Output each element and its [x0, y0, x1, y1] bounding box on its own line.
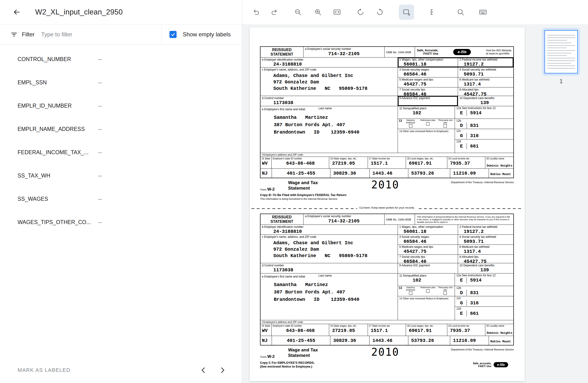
- label-row-empl-ssn[interactable]: EMPL_SSN--: [0, 71, 242, 94]
- label-value: --: [98, 196, 102, 202]
- box12b-label: 12b: [456, 286, 512, 290]
- text-select-tool-button[interactable]: [424, 4, 439, 20]
- box11-value: 102: [413, 277, 453, 283]
- label-name: EMPLR_NAME_ADDRESS: [18, 126, 98, 132]
- cut-line: Cut here. Keep lower portion for your re…: [252, 204, 523, 209]
- show-empty-labels-checkbox[interactable]: [169, 31, 177, 38]
- copy-b-line: Copy B--To Be Filed with Employee's FEDE…: [260, 193, 514, 197]
- label-row-ss-tax-wh[interactable]: SS_TAX_WH--: [0, 164, 242, 187]
- keyboard-shortcuts-button[interactable]: [475, 4, 491, 20]
- box12c-value: 316: [470, 300, 479, 306]
- chevron-right-icon: [218, 365, 227, 375]
- chevron-left-icon: [199, 365, 208, 375]
- employee-cell: e Employee's first name and initial Last…: [260, 106, 398, 153]
- box9-cell: 9 Advance EIC payment: [398, 263, 458, 273]
- redo-button[interactable]: [267, 4, 283, 20]
- rotate-right-button[interactable]: [372, 4, 387, 20]
- label-name: SS_TAX_WH: [18, 173, 98, 179]
- next-page-button[interactable]: [216, 364, 229, 376]
- box12c-value: 316: [470, 133, 479, 139]
- box6-value: 1317.4: [464, 81, 512, 87]
- rotate-left-button[interactable]: [353, 4, 368, 20]
- box3-cell: 3 Social security wages 66584.46: [398, 235, 458, 244]
- left-panel-header: W2_XL_input_clean_2950: [0, 0, 242, 24]
- box12c-label: 12c: [456, 297, 512, 300]
- box-e-label: e Employee's first name and initial: [262, 275, 305, 278]
- employer-street: 972 Gonzalez Dam: [273, 246, 396, 253]
- box12a-label: 12a See instructions for box 12: [456, 107, 512, 110]
- label-row-control-number[interactable]: CONTROL_NUMBER--: [0, 47, 242, 71]
- local-wages-2: 53793.26: [411, 170, 449, 176]
- box20-label: 20 Locality name: [486, 324, 512, 327]
- prev-page-button[interactable]: [197, 364, 210, 376]
- search-button[interactable]: [453, 4, 468, 20]
- box-a-cell: a Employee's social security number 714-…: [303, 214, 385, 224]
- copy-c-line-2: (See enclosed Notice to Employee.): [260, 365, 315, 368]
- box2-label: 2 Federal income tax withheld: [460, 58, 512, 61]
- box2-cell: 2 Federal income tax withheld 19127.2: [458, 225, 513, 235]
- copy-c-line-1: Copy C For EMPLOYEE'S RECORDS.: [260, 361, 315, 365]
- label-row-ss-wages[interactable]: SS_WAGES--: [0, 187, 242, 210]
- w2-row-d: d Control number 1173038 9 Advance EIC p…: [260, 263, 513, 273]
- box6-cell: 6 Medicare tax withheld 1317.4: [458, 245, 513, 254]
- box7-cell: 7 Social security tips 66584.46: [398, 87, 458, 97]
- efile-banner-small: Safe, accurate, FAST! Use e-file: [473, 361, 508, 368]
- box11-value: 102: [413, 110, 453, 116]
- locality-2: Robles Mount: [490, 339, 512, 345]
- box-f-label: f Employee's address and ZIP code: [262, 321, 303, 323]
- label-value: --: [98, 126, 102, 132]
- box14-cell: 14 Other (see enclosed Notice to Employe…: [398, 296, 455, 320]
- box17-label: 17 State income tax: [369, 157, 405, 160]
- label-row-wages-tips-other[interactable]: WAGES_TIPS_OTHER_CO...--: [0, 210, 242, 234]
- document-canvas[interactable]: REISSUED STATEMENT a Employee's social s…: [242, 24, 534, 383]
- label-row-emplr-id-number[interactable]: EMPLR_ID_NUMBER--: [0, 94, 242, 117]
- page-thumbnail[interactable]: [542, 28, 580, 76]
- last-name-label: Last name: [318, 107, 332, 110]
- mark-as-labeled-button[interactable]: MARK AS LABELED: [18, 367, 70, 373]
- bounding-box-tool-button[interactable]: [399, 4, 414, 20]
- employee-street: 387 Burton Fords Apt. 407: [274, 121, 396, 129]
- filter-section: Filter: [0, 24, 162, 44]
- box4-cell: 4 Social security tax withheld 5093.71: [458, 235, 513, 244]
- label-value: --: [98, 56, 102, 62]
- box-f-label: f Employee's address and ZIP code: [262, 153, 303, 156]
- box5-cell: 5 Medicare wages and tips 45427.75: [398, 78, 458, 87]
- employee-name: Samantha Martinez: [274, 114, 396, 121]
- form-w2-label: Form W-2: [260, 354, 275, 359]
- state-wages-2: 30829.36: [333, 338, 368, 343]
- show-empty-labels-toggle[interactable]: Show empty labels: [162, 24, 242, 44]
- box7-label: 7 Social security tips: [399, 88, 456, 91]
- fit-to-frame-button[interactable]: [329, 4, 345, 20]
- document-page[interactable]: REISSUED STATEMENT a Employee's social s…: [250, 27, 525, 381]
- box12b-code: D: [456, 122, 467, 129]
- zoom-in-button[interactable]: [310, 4, 326, 20]
- label-row-federal-income-tax[interactable]: FEDERAL_INCOME_TAX_...--: [0, 141, 242, 164]
- box-e-label: e Employee's first name and initial: [262, 108, 305, 111]
- boxes-11-13-14: 11 Nonqualified plans 102 13 Statutory e…: [398, 273, 455, 320]
- boxes-12: 12a See instructions for box 12 E 5914 1…: [455, 106, 513, 153]
- employee-city: Brandontown ID 12359-6940: [274, 129, 396, 136]
- box10-value: 139: [480, 267, 512, 273]
- box6-label: 6 Medicare tax withheld: [460, 245, 512, 248]
- label-row-emplr-name-address[interactable]: EMPLR_NAME_ADDRESS--: [0, 117, 242, 141]
- thumbnail-panel: 1: [534, 24, 588, 383]
- filter-input[interactable]: [41, 31, 162, 38]
- undo-button[interactable]: [248, 4, 263, 20]
- box10-label: 10 Dependent care benefits: [460, 97, 512, 100]
- state-id-2: 401-25-455: [273, 170, 329, 176]
- retirement-plan-label: Retirement plan: [420, 286, 436, 289]
- back-button[interactable]: [10, 6, 23, 18]
- rotate-right-icon: [376, 8, 384, 16]
- locality-1: Dominic Heights: [487, 163, 512, 169]
- employer-name: Adams, Chase and Gilbert Inc: [273, 240, 396, 246]
- box4-value: 5093.71: [464, 71, 512, 77]
- box-c-label: c Employer's name, address, and ZIP code: [262, 68, 396, 71]
- box8-label: 8 Allocated tips: [460, 88, 512, 91]
- zoom-out-button[interactable]: [291, 4, 306, 20]
- box5-label: 5 Medicare wages and tips: [399, 78, 456, 81]
- box-a-label: a Employee's social security number: [305, 215, 383, 218]
- employer-city: South Katherine NC 95869-5178: [273, 253, 396, 259]
- w2-row-e: e Employee's first name and initial Last…: [260, 106, 513, 153]
- efile-banner: Safe, Accurate, FAST! Use e-file Visit t…: [417, 49, 511, 55]
- state-row-1: 15 StateWV Employer's state ID number643…: [260, 157, 513, 169]
